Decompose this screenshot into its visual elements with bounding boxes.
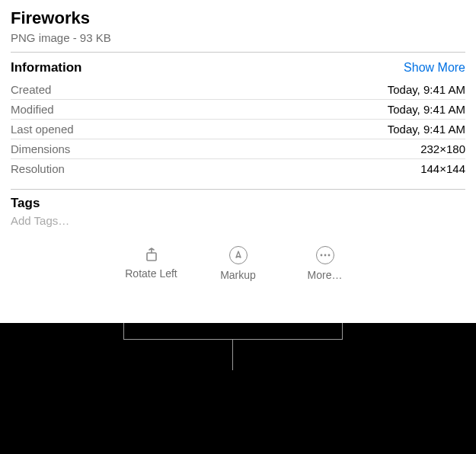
svg-point-3 bbox=[327, 254, 330, 256]
more-button[interactable]: More… bbox=[299, 246, 352, 281]
info-label: Modified bbox=[11, 103, 54, 116]
file-title: Fireworks bbox=[11, 8, 465, 30]
info-panel: Fireworks PNG image - 93 KB Information … bbox=[0, 0, 476, 286]
quick-actions: Rotate Left Markup More… bbox=[11, 246, 465, 286]
svg-point-1 bbox=[320, 254, 322, 256]
tags-section: Tags bbox=[11, 189, 465, 228]
info-label: Created bbox=[11, 83, 51, 96]
markup-button[interactable]: Markup bbox=[212, 246, 265, 281]
svg-point-2 bbox=[324, 254, 326, 256]
info-label: Dimensions bbox=[11, 142, 70, 155]
info-value: 232×180 bbox=[420, 142, 465, 155]
information-list: Created Today, 9:41 AM Modified Today, 9… bbox=[11, 80, 465, 178]
info-label: Resolution bbox=[11, 162, 65, 175]
markup-icon bbox=[229, 246, 248, 264]
info-row: Resolution 144×144 bbox=[11, 159, 465, 178]
information-section-header: Information Show More bbox=[11, 53, 465, 80]
info-row: Last opened Today, 9:41 AM bbox=[11, 120, 465, 139]
info-row: Dimensions 232×180 bbox=[11, 139, 465, 159]
info-row: Created Today, 9:41 AM bbox=[11, 80, 465, 100]
action-label: More… bbox=[308, 269, 343, 281]
show-more-link[interactable]: Show More bbox=[404, 61, 465, 75]
more-icon bbox=[316, 246, 334, 264]
info-row: Modified Today, 9:41 AM bbox=[11, 100, 465, 120]
callout-bracket bbox=[123, 323, 343, 340]
action-label: Markup bbox=[220, 269, 256, 281]
rotate-left-button[interactable]: Rotate Left bbox=[125, 246, 178, 281]
information-heading: Information bbox=[11, 60, 82, 75]
annotation-backdrop bbox=[0, 323, 476, 454]
callout-stem bbox=[232, 340, 233, 370]
tags-input[interactable] bbox=[11, 214, 465, 227]
info-value: Today, 9:41 AM bbox=[388, 123, 465, 136]
info-value: Today, 9:41 AM bbox=[388, 83, 465, 96]
rotate-left-icon bbox=[143, 246, 160, 263]
action-label: Rotate Left bbox=[125, 267, 177, 280]
info-value: Today, 9:41 AM bbox=[388, 103, 465, 116]
tags-heading: Tags bbox=[11, 196, 465, 211]
svg-rect-0 bbox=[147, 253, 156, 261]
info-value: 144×144 bbox=[420, 162, 465, 175]
info-label: Last opened bbox=[11, 123, 74, 136]
file-subtitle: PNG image - 93 KB bbox=[11, 31, 465, 53]
